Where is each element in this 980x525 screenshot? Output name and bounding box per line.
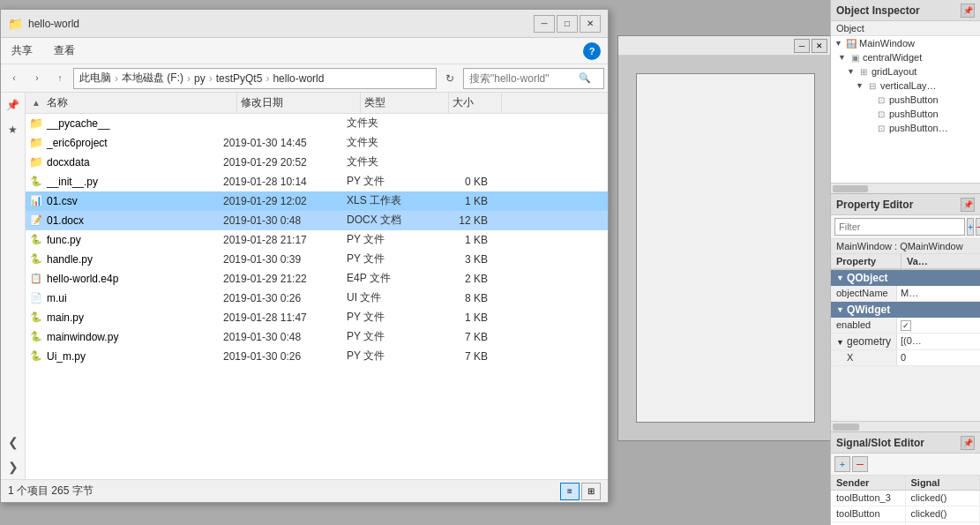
close-button[interactable]: ✕ bbox=[580, 15, 601, 33]
table-row[interactable]: 📁 docxdata 2019-01-29 20:52 文件夹 bbox=[26, 153, 608, 172]
col-header-name[interactable]: 名称 bbox=[43, 93, 237, 113]
signal-slot-table: Sender Signal toolButton_3 clicked() too… bbox=[831, 476, 980, 525]
detail-view-button[interactable]: ≡ bbox=[560, 483, 580, 500]
ss-signal-0: clicked() bbox=[906, 491, 981, 506]
ss-sender-0: toolButton_3 bbox=[831, 491, 906, 506]
up-button[interactable]: ↑ bbox=[50, 69, 70, 88]
tree-item-mainwindow[interactable]: ▼ 🪟 MainWindow bbox=[831, 36, 980, 50]
qwidget-group: ▼ QWidget bbox=[831, 302, 980, 318]
add-signal-button[interactable]: + bbox=[834, 456, 850, 472]
table-row[interactable]: 📄 m.ui 2019-01-30 0:26 UI 文件 8 KB bbox=[26, 289, 608, 308]
ss-toolbar: + ─ bbox=[831, 454, 980, 476]
filter-input[interactable] bbox=[834, 218, 965, 236]
remove-signal-button[interactable]: ─ bbox=[852, 456, 868, 472]
toolbar-view[interactable]: 查看 bbox=[50, 41, 79, 60]
prop-row-enabled[interactable]: enabled bbox=[831, 318, 980, 334]
table-row[interactable]: 🐍 mainwindow.py 2019-01-30 0:48 PY 文件 7 … bbox=[26, 327, 608, 347]
object-tree: ▼ 🪟 MainWindow ▼ ▣ centralWidget ▼ ⊞ gri… bbox=[831, 36, 980, 183]
tree-item-verticallayout[interactable]: ▼ ⊟ verticalLay… bbox=[831, 79, 980, 93]
sort-arrow-icon[interactable]: ▲ bbox=[32, 98, 41, 108]
status-bar: 1 个项目 265 字节 ≡ ⊞ bbox=[1, 479, 608, 502]
designer-close-btn[interactable]: ✕ bbox=[812, 39, 827, 53]
table-row[interactable]: 📁 __pycache__ 文件夹 bbox=[26, 114, 608, 133]
file-type: 文件夹 bbox=[347, 135, 435, 150]
prop-row-objectname[interactable]: objectName M… bbox=[831, 286, 980, 302]
file-name-text: func.py bbox=[47, 234, 81, 246]
tree-label: pushButton… bbox=[889, 123, 948, 133]
table-row[interactable]: 📁 _eric6project 2019-01-30 14:45 文件夹 bbox=[26, 133, 608, 153]
enabled-checkbox[interactable] bbox=[901, 320, 911, 331]
prop-value-geometry[interactable]: [(0… bbox=[897, 334, 980, 349]
designer-form bbox=[636, 73, 815, 423]
object-inspector-header: Object Inspector 📌 bbox=[831, 0, 980, 21]
prop-value-enabled[interactable] bbox=[897, 318, 980, 333]
prop-name-geometry: ▼ geometry bbox=[831, 334, 897, 349]
tree-item-pushbutton1[interactable]: ▶ ⊡ pushButton bbox=[831, 93, 980, 107]
table-row[interactable]: 📋 hello-world.e4p 2019-01-29 21:22 E4P 文… bbox=[26, 269, 608, 289]
ss-row-0[interactable]: toolButton_3 clicked() bbox=[831, 491, 980, 506]
file-date: 2019-01-29 20:52 bbox=[223, 156, 347, 169]
layout-icon: ⊟ bbox=[866, 79, 879, 92]
arrow-left-icon[interactable]: ❮ bbox=[4, 433, 22, 451]
pin-icon[interactable]: 📌 bbox=[4, 96, 22, 114]
forward-button[interactable]: › bbox=[27, 69, 47, 88]
col-header-type[interactable]: 类型 bbox=[361, 93, 449, 113]
table-row[interactable]: 🐍 Ui_m.py 2019-01-30 0:26 PY 文件 7 KB bbox=[26, 347, 608, 366]
property-horizontal-scrollbar[interactable] bbox=[831, 421, 980, 431]
table-row[interactable]: 📊 01.csv 2019-01-29 12:02 XLS 工作表 1 KB bbox=[26, 191, 608, 211]
col-header-size[interactable]: 大小 bbox=[449, 93, 502, 113]
star-icon[interactable]: ★ bbox=[4, 121, 22, 139]
folder-icon: 📁 bbox=[29, 136, 43, 150]
remove-filter-button[interactable]: ─ bbox=[976, 218, 980, 236]
designer-content bbox=[618, 56, 833, 440]
minimize-button[interactable]: ─ bbox=[534, 15, 555, 33]
file-date: 2019-01-28 11:47 bbox=[223, 311, 347, 324]
title-bar: 📁 hello-world ─ □ ✕ bbox=[1, 10, 608, 38]
file-size: 1 KB bbox=[435, 234, 488, 246]
col-header-date[interactable]: 修改日期 bbox=[237, 93, 361, 113]
maximize-button[interactable]: □ bbox=[557, 15, 578, 33]
file-icon: 🐍 bbox=[29, 252, 43, 266]
property-editor-section: Property Editor 📌 + ─ MainWindow : QMain… bbox=[831, 194, 980, 432]
ss-row-1[interactable]: toolButton clicked() bbox=[831, 506, 980, 522]
help-button[interactable]: ? bbox=[583, 42, 601, 60]
arrow-right-icon[interactable]: ❯ bbox=[4, 458, 22, 476]
signal-slot-title: Signal/Slot Editor bbox=[836, 437, 924, 449]
designer-minimize-btn[interactable]: ─ bbox=[794, 39, 810, 53]
refresh-button[interactable]: ↻ bbox=[440, 69, 460, 88]
search-input[interactable] bbox=[469, 72, 575, 85]
tree-item-centralwidget[interactable]: ▼ ▣ centralWidget bbox=[831, 50, 980, 64]
table-row[interactable]: 🐍 main.py 2019-01-28 11:47 PY 文件 1 KB bbox=[26, 308, 608, 327]
property-editor-pin-btn[interactable]: 📌 bbox=[961, 198, 975, 212]
large-view-button[interactable]: ⊞ bbox=[581, 483, 601, 500]
toolbar-share[interactable]: 共享 bbox=[8, 41, 36, 60]
signal-slot-pin-btn[interactable]: 📌 bbox=[961, 436, 975, 450]
table-row[interactable]: 🐍 func.py 2019-01-28 21:17 PY 文件 1 KB bbox=[26, 230, 608, 250]
group-expand-icon: ▼ bbox=[836, 305, 844, 314]
prop-row-x[interactable]: X 0 bbox=[831, 350, 980, 366]
add-filter-button[interactable]: + bbox=[967, 218, 974, 236]
file-name-text: 01.docx bbox=[47, 214, 84, 227]
prop-value-objectname[interactable]: M… bbox=[897, 286, 980, 301]
tree-item-pushbutton3[interactable]: ▶ ⊡ pushButton… bbox=[831, 121, 980, 135]
prop-row-geometry[interactable]: ▼ geometry [(0… bbox=[831, 334, 980, 350]
address-bar: ‹ › ↑ 此电脑 › 本地磁盘 (F:) › py › testPyQt5 ›… bbox=[1, 64, 608, 93]
object-inspector-pin-btn[interactable]: 📌 bbox=[961, 4, 975, 18]
table-row[interactable]: 🐍 __init__.py 2019-01-28 10:14 PY 文件 0 K… bbox=[26, 172, 608, 191]
prop-col-value: Va… bbox=[901, 254, 980, 269]
group-label: QWidget bbox=[847, 304, 890, 316]
file-size: 0 KB bbox=[435, 176, 488, 188]
qobject-group: ▼ QObject bbox=[831, 270, 980, 286]
prop-value-x[interactable]: 0 bbox=[897, 350, 980, 365]
horizontal-scrollbar[interactable] bbox=[831, 183, 980, 193]
title-bar-left: 📁 hello-world bbox=[8, 17, 79, 31]
back-button[interactable]: ‹ bbox=[4, 69, 24, 88]
file-size: 7 KB bbox=[435, 331, 488, 343]
table-row[interactable]: 📝 01.docx 2019-01-30 0:48 DOCX 文档 12 KB bbox=[26, 211, 608, 230]
file-icon: 🐍 bbox=[29, 349, 43, 364]
file-name-text: hello-world.e4p bbox=[47, 273, 118, 285]
tree-item-pushbutton2[interactable]: ▶ ⊡ pushButton bbox=[831, 107, 980, 121]
tree-item-gridlayout[interactable]: ▼ ⊞ gridLayout bbox=[831, 64, 980, 79]
table-row[interactable]: 🐍 handle.py 2019-01-30 0:39 PY 文件 3 KB bbox=[26, 250, 608, 269]
breadcrumb[interactable]: 此电脑 › 本地磁盘 (F:) › py › testPyQt5 › hello… bbox=[73, 68, 437, 89]
